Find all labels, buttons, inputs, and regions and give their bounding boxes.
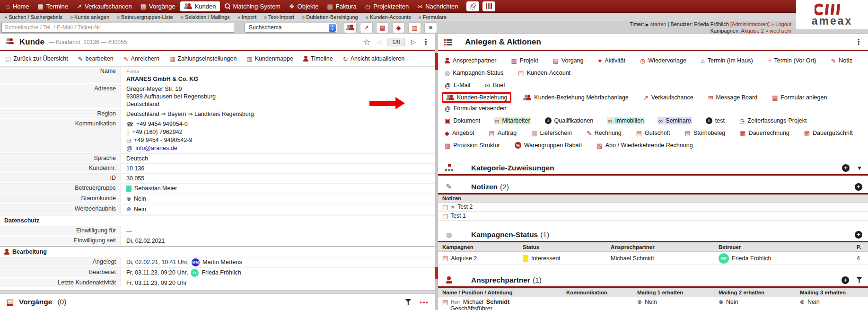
nav-button-gears[interactable] — [466, 1, 479, 11]
toolbar-timeline[interactable]: Timeline — [303, 55, 333, 62]
breadcrumb-item[interactable]: » Formulare — [419, 14, 447, 20]
pager-next-icon[interactable]: ▷ — [411, 38, 416, 45]
breadcrumb-item[interactable]: » Dubletten-Bereinigung — [302, 14, 358, 20]
action-message-board[interactable]: ✉Message Board — [707, 94, 758, 101]
action-auftrag[interactable]: ▤Auftrag — [488, 129, 518, 137]
play-icon[interactable]: ▶ — [646, 22, 649, 27]
logout-link[interactable]: » Logout — [771, 21, 791, 27]
phone-icon: ☎ — [126, 122, 133, 127]
pager-prev-icon[interactable]: ◁ — [377, 38, 381, 45]
nav-item-projektzeiten[interactable]: ◷Projektzeiten — [361, 1, 413, 11]
nav-item-nachrichten[interactable]: ✉Nachrichten — [413, 1, 462, 11]
action-warengruppen-rabatt[interactable]: %Warengruppen Rabatt — [514, 142, 583, 149]
add-note-button[interactable]: + — [855, 183, 862, 191]
breadcrumb-item[interactable]: » Selektion / Mailings — [181, 14, 230, 20]
nav-item-matching-system[interactable]: Matching-System — [221, 1, 284, 11]
action-qualifikationen[interactable]: +Qualifikationen — [544, 117, 595, 124]
timer-start-link[interactable]: starten — [650, 21, 666, 27]
note-row[interactable]: ▤★Test 2 — [438, 203, 868, 212]
vorgang-list-button[interactable]: ▤ — [376, 22, 389, 33]
breadcrumb-item[interactable]: » Import — [237, 14, 256, 20]
action-kampagnen-status[interactable]: ◍Kampagnen-Status — [444, 69, 504, 77]
nav-item-kunden[interactable]: Kunden — [180, 1, 220, 11]
email-link[interactable]: info@aranes.de — [135, 144, 177, 152]
action-zeiterfassungs-projekt[interactable]: ◷Zeiterfassungs-Projekt — [738, 117, 807, 124]
action-formular-anlegen[interactable]: ▤Formular anlegen — [771, 94, 828, 101]
action-ansprechpartner[interactable]: Ansprechpartner — [444, 57, 497, 64]
action-provision-struktur[interactable]: ▥Provision Struktur — [444, 142, 501, 149]
action-wiedervorlage[interactable]: ◷Wiedervorlage — [639, 57, 687, 64]
kebab-menu-icon[interactable]: ⋮ — [855, 37, 862, 46]
add-category-button[interactable]: + — [842, 164, 850, 172]
action-brief[interactable]: ✉Brief — [484, 81, 506, 89]
action-abo-wiederkehrende-rechnung[interactable]: ▧Abo / Wiederkehrende Rechnung — [596, 142, 693, 149]
action-test[interactable]: +test — [705, 117, 726, 124]
action-kunden-beziehung[interactable]: Kunden-Beziehung — [442, 92, 511, 103]
filter-funnel-icon[interactable] — [856, 277, 862, 283]
action-seminare[interactable]: ∞Seminare — [658, 117, 692, 124]
breadcrumb-item[interactable]: » Kunden-Accounts — [366, 14, 411, 20]
add-contact-button[interactable]: + — [842, 276, 849, 284]
action-lieferschein[interactable]: ▥Lieferschein — [530, 129, 573, 137]
nav-item-verkaufschancen[interactable]: ↗Verkaufschancen — [73, 1, 136, 11]
action-notiz[interactable]: ✎Notiz — [830, 57, 853, 64]
nav-label: Termine — [46, 3, 68, 10]
kampagnen-table-row[interactable]: ▤ Akquise 2 Interessent Michael Schmidt … — [438, 252, 868, 265]
more-options-icon[interactable]: ••• — [420, 299, 429, 306]
add-campaign-status-button[interactable]: + — [855, 231, 862, 239]
nav-item-faktura[interactable]: ▥Faktura — [323, 1, 360, 11]
nav-item-home[interactable]: ⌂Home — [2, 1, 33, 11]
order-button[interactable]: ◆ — [392, 22, 405, 33]
action-angebot[interactable]: ◆Angebot — [444, 129, 475, 137]
toolbar-ansicht-aktualisieren[interactable]: ↻Ansicht aktualisieren — [343, 55, 405, 62]
search-input[interactable] — [1, 23, 234, 33]
action-kunden-beziehung-mehrfachanlage[interactable]: Kunden-Beziehung Mehrfachanlage — [522, 94, 629, 101]
filter-funnel-icon[interactable] — [405, 299, 411, 305]
add-customer-button[interactable] — [344, 22, 357, 33]
toolbar-bearbeiten[interactable]: ✎bearbeiten — [78, 55, 114, 62]
action-projekt[interactable]: ▧Projekt — [510, 57, 539, 64]
breadcrumb-item[interactable]: » Suchen / Suchergebnis — [4, 14, 62, 20]
action-e-mail[interactable]: @E-Mail — [444, 81, 471, 89]
action-stornobeleg[interactable]: ▤Stornobeleg — [684, 129, 727, 137]
field-row-name: NameFirmaARANES GmbH & Co. KG — [0, 67, 435, 84]
action-gutschrift[interactable]: ▤Gutschrift — [635, 129, 671, 137]
nav-button-bar-chart[interactable] — [482, 1, 495, 11]
action-dauerrechnung[interactable]: ▦Dauerrechnung — [739, 129, 790, 137]
action-immobilien[interactable]: ∞Immobilien — [607, 117, 645, 124]
collapse-caret-icon[interactable]: ▼ — [857, 165, 862, 171]
nav-item-objekte[interactable]: ❖Objekte — [285, 1, 322, 11]
field-value: ⊗Nein — [121, 194, 435, 204]
campaign-switch-link[interactable]: » wechseln — [765, 28, 791, 34]
toolbar-zur-ck-zur-bersicht[interactable]: ▤Zurück zur Übersicht — [5, 55, 68, 62]
sales-chart-button[interactable]: ↗ — [360, 22, 373, 33]
nav-item-termine[interactable]: ▦Termine — [34, 1, 72, 11]
action-dauergutschrift[interactable]: ▦Dauergutschrift — [803, 129, 854, 137]
ansprechpartner-table-row[interactable]: ▤ Herr Michael Schmidt Geschäftsführer ⊗… — [438, 297, 868, 310]
favorite-star-icon[interactable]: ☆ — [363, 37, 370, 47]
document-export-button[interactable]: ▥ — [408, 22, 421, 33]
action-vorgang[interactable]: ▤Vorgang — [552, 57, 585, 64]
toolbar-zahlungseinstellungen[interactable]: ▦Zahlungseinstellungen — [169, 55, 237, 62]
kebab-menu-icon[interactable]: ⋮ — [422, 37, 430, 46]
toolbar-kundenmappe[interactable]: ▥Kundenmappe — [246, 55, 293, 62]
search-schema-select[interactable]: Suchschema ▲▼ — [245, 23, 337, 33]
action-rechnung[interactable]: ✎Rechnung — [586, 129, 623, 137]
action-verkaufschance[interactable]: ↗Verkaufschance — [642, 94, 694, 101]
action-mitarbeiter[interactable]: ∞Mitarbeiter — [494, 117, 531, 124]
breadcrumb-item[interactable]: » Kunde anlegen — [70, 14, 109, 20]
action-aktivit-t[interactable]: ♥Aktivität — [597, 57, 626, 64]
action-kunden-account[interactable]: ▤Kunden-Account — [517, 69, 571, 77]
note-row[interactable]: ▤Test 1 — [438, 212, 868, 221]
action-termin-vor-ort[interactable]: ◔Termin (Vor Ort) — [767, 57, 817, 64]
archive-button[interactable]: ≡ — [424, 22, 437, 33]
action-label: Notiz — [839, 57, 852, 64]
action-formular-versenden[interactable]: @Formular versenden — [444, 105, 508, 112]
action-termin-im-haus[interactable]: ⌂Termin (Im Haus) — [700, 57, 754, 64]
toolbar-anreichern[interactable]: ✎Anreichern — [123, 55, 159, 62]
action-label: E-Mail — [454, 82, 470, 89]
breadcrumb-item[interactable]: » Text-Import — [264, 14, 294, 20]
action-dokument[interactable]: ▣Dokument — [444, 117, 481, 124]
nav-item-vorg-nge[interactable]: ▤Vorgänge — [137, 1, 179, 11]
breadcrumb-item[interactable]: » Betreuergruppen-Liste — [117, 14, 173, 20]
